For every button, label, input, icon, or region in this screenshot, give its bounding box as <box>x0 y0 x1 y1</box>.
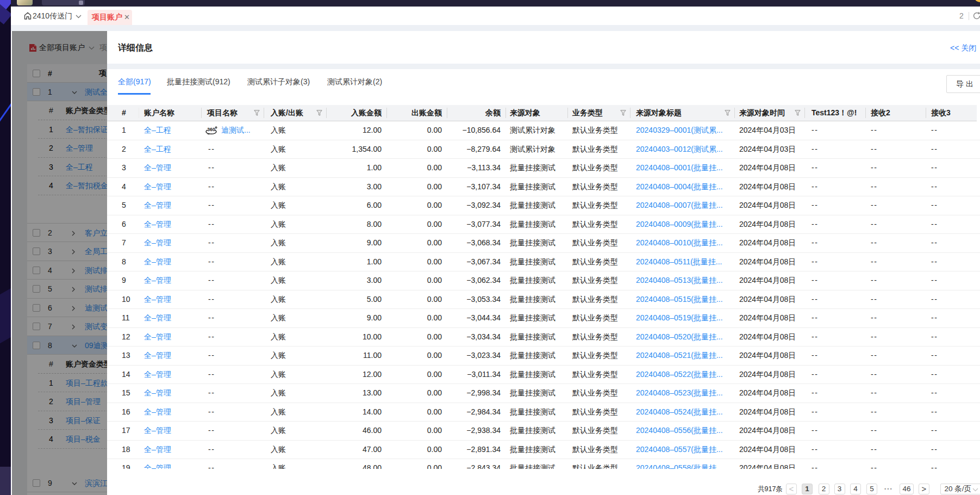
svg-text:360: 360 <box>207 127 215 132</box>
